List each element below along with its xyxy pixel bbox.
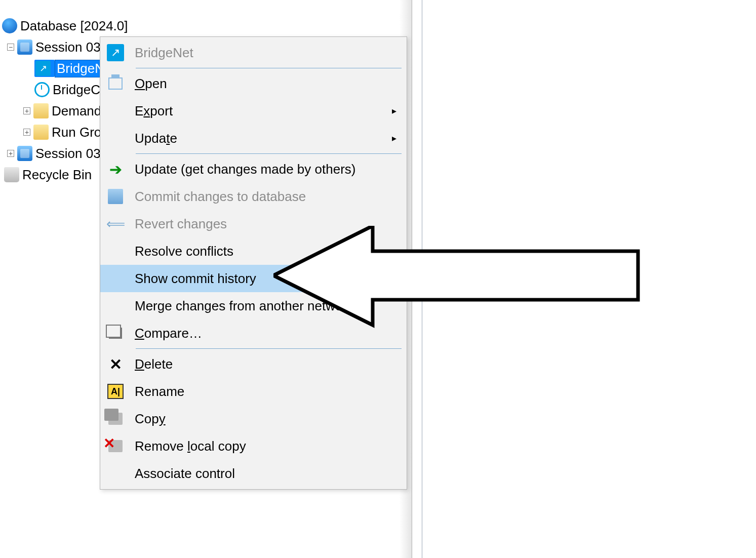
menu-label: Revert changes bbox=[135, 216, 396, 232]
context-menu: ↗ BridgeNet Open Export ▸ /*fix export u… bbox=[100, 36, 407, 490]
menu-label: Copy bbox=[135, 411, 396, 427]
expand-icon[interactable]: + bbox=[21, 127, 32, 138]
folder-icon bbox=[33, 103, 49, 118]
folder-icon bbox=[33, 125, 49, 140]
expand-icon[interactable]: + bbox=[5, 148, 16, 159]
menu-label: Associate control bbox=[135, 466, 396, 482]
menu-item-delete[interactable]: ✕ Delete bbox=[100, 350, 407, 378]
submenu-arrow-icon: ▸ bbox=[388, 133, 396, 144]
menu-item-remove-local[interactable]: ✕ Remove local copy bbox=[100, 432, 407, 460]
panel-divider bbox=[415, 0, 422, 558]
tree-label: Database [2024.0] bbox=[20, 18, 128, 34]
revert-icon: ⟸ bbox=[105, 215, 126, 233]
blank-icon bbox=[105, 464, 126, 483]
submenu-arrow-icon: ▸ bbox=[388, 105, 396, 116]
menu-label: Merge changes from another network bbox=[135, 298, 396, 314]
blank-icon bbox=[105, 129, 126, 147]
compare-icon bbox=[105, 324, 126, 342]
menu-item-show-commit-history[interactable]: Show commit history bbox=[100, 265, 407, 292]
blank-icon bbox=[105, 269, 126, 288]
menu-item-update-get[interactable]: ➔ Update (get changes made by others) bbox=[100, 155, 407, 183]
network-icon: ↗ bbox=[105, 44, 126, 62]
blank-icon bbox=[105, 242, 126, 260]
menu-item-commit: Commit changes to database bbox=[100, 183, 407, 210]
remove-icon: ✕ bbox=[105, 437, 126, 455]
menu-label: Show commit history bbox=[135, 271, 396, 287]
menu-label: Resolve conflicts bbox=[135, 244, 396, 259]
blank-icon bbox=[105, 297, 126, 315]
tree-node-database[interactable]: Database [2024.0] bbox=[0, 15, 412, 36]
menu-item-open[interactable]: Open bbox=[100, 70, 407, 97]
tree-label-selected: BridgeN bbox=[55, 60, 106, 77]
menu-label: Update bbox=[135, 131, 388, 146]
session-icon bbox=[17, 39, 32, 55]
menu-header: ↗ BridgeNet bbox=[100, 39, 407, 66]
open-icon bbox=[105, 74, 126, 93]
copy-icon bbox=[105, 410, 126, 428]
rename-icon: A| bbox=[105, 382, 126, 401]
menu-item-compare[interactable]: Compare… bbox=[100, 320, 407, 347]
tree-label: Recycle Bin bbox=[22, 167, 92, 183]
menu-label: Remove local copy bbox=[135, 439, 396, 454]
menu-label: Open bbox=[135, 76, 396, 92]
tree-label: Run Gro bbox=[52, 125, 101, 140]
menu-label: Compare… bbox=[135, 326, 396, 341]
menu-item-update[interactable]: Update ▸ bbox=[100, 125, 407, 152]
menu-label: Rename bbox=[135, 384, 396, 400]
menu-item-associate[interactable]: Associate control bbox=[100, 460, 407, 487]
tree-label: Demand bbox=[52, 103, 101, 119]
menu-separator bbox=[136, 348, 402, 349]
tree-label: BridgeC bbox=[53, 82, 100, 98]
network-icon: ↗ bbox=[35, 61, 51, 76]
recycle-bin-icon bbox=[4, 167, 19, 182]
clock-icon bbox=[34, 82, 50, 97]
tree-label: Session 03 bbox=[35, 39, 101, 55]
menu-label: Delete bbox=[135, 356, 396, 372]
content-area bbox=[422, 0, 756, 558]
menu-item-merge[interactable]: Merge changes from another network bbox=[100, 292, 407, 320]
menu-label: Update (get changes made by others) bbox=[135, 162, 396, 177]
menu-item-export[interactable]: Export ▸ bbox=[100, 97, 407, 125]
menu-label: Export bbox=[135, 103, 388, 119]
arrow-right-icon: ➔ bbox=[105, 160, 126, 178]
database-icon bbox=[2, 18, 17, 33]
save-icon bbox=[105, 187, 126, 206]
expand-icon[interactable]: + bbox=[21, 105, 32, 116]
menu-label: Commit changes to database bbox=[135, 189, 396, 205]
blank-icon bbox=[105, 102, 126, 120]
menu-item-rename[interactable]: A| Rename bbox=[100, 378, 407, 405]
menu-item-resolve[interactable]: Resolve conflicts bbox=[100, 237, 407, 265]
session-icon bbox=[17, 146, 32, 161]
menu-item-revert: ⟸ Revert changes bbox=[100, 210, 407, 237]
menu-separator bbox=[136, 153, 402, 154]
tree-label: Session 03 bbox=[35, 146, 101, 162]
menu-item-copy[interactable]: Copy bbox=[100, 405, 407, 432]
menu-header-label: BridgeNet bbox=[135, 45, 396, 61]
menu-separator bbox=[136, 68, 402, 68]
collapse-icon[interactable]: − bbox=[5, 42, 16, 53]
delete-icon: ✕ bbox=[105, 355, 126, 373]
